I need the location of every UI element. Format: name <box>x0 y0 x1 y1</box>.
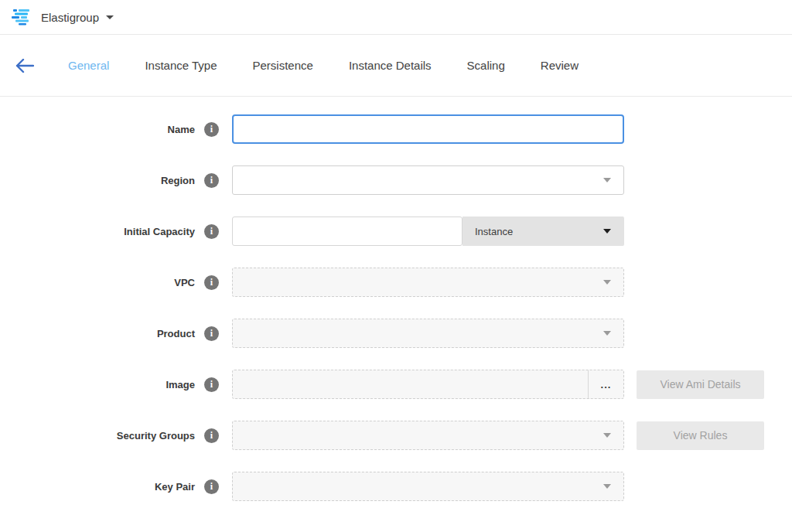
info-icon[interactable]: i <box>204 122 219 137</box>
tab-instance-details[interactable]: Instance Details <box>349 59 432 72</box>
info-icon[interactable]: i <box>204 479 219 494</box>
product-select <box>232 319 624 348</box>
top-bar: Elastigroup <box>0 0 792 35</box>
chevron-down-icon <box>603 178 611 182</box>
info-icon[interactable]: i <box>204 428 219 443</box>
view-rules-button[interactable]: View Rules <box>637 421 764 450</box>
info-icon[interactable]: i <box>204 275 219 290</box>
name-input[interactable] <box>232 114 624 144</box>
product-label: Product <box>0 328 195 339</box>
info-icon[interactable]: i <box>204 377 219 392</box>
capacity-unit-select[interactable]: Instance <box>463 217 624 246</box>
chevron-down-icon <box>603 280 611 285</box>
wizard-tab-bar: General Instance Type Persistence Instan… <box>0 35 792 97</box>
info-icon[interactable]: i <box>204 173 219 188</box>
back-button[interactable] <box>15 59 46 73</box>
general-settings-form: Name i Region i Initial Capacity i Insta… <box>0 97 792 501</box>
form-row-region: Region i <box>0 165 792 195</box>
tab-review[interactable]: Review <box>541 59 579 72</box>
tab-persistence[interactable]: Persistence <box>253 59 313 72</box>
region-label: Region <box>0 175 195 186</box>
form-row-key-pair: Key Pair i <box>0 472 792 501</box>
image-browse-button[interactable]: ... <box>588 370 623 398</box>
chevron-down-icon[interactable] <box>106 15 114 19</box>
initial-capacity-input[interactable] <box>232 217 463 246</box>
tab-scaling[interactable]: Scaling <box>467 59 505 72</box>
back-arrow-icon <box>15 59 34 73</box>
chevron-down-icon <box>603 484 611 489</box>
name-label: Name <box>0 124 195 135</box>
elastigroup-logo-icon <box>12 9 32 26</box>
initial-capacity-label: Initial Capacity <box>0 226 195 237</box>
key-pair-label: Key Pair <box>0 481 195 493</box>
tab-list: General Instance Type Persistence Instan… <box>68 59 579 72</box>
key-pair-select <box>232 472 624 501</box>
form-row-security-groups: Security Groups i View Rules <box>0 421 792 450</box>
tab-instance-type[interactable]: Instance Type <box>145 59 217 72</box>
image-input: ... <box>232 370 624 399</box>
view-ami-details-button[interactable]: View Ami Details <box>637 370 764 399</box>
vpc-label: VPC <box>0 277 195 288</box>
form-row-product: Product i <box>0 319 792 348</box>
form-row-vpc: VPC i <box>0 268 792 297</box>
security-groups-select <box>232 421 624 450</box>
vpc-select <box>232 268 624 297</box>
app-title: Elastigroup <box>41 11 99 24</box>
info-icon[interactable]: i <box>204 224 219 239</box>
info-icon[interactable]: i <box>204 326 219 341</box>
capacity-unit-value: Instance <box>475 226 513 237</box>
chevron-down-icon <box>603 433 611 438</box>
chevron-down-icon <box>603 331 611 336</box>
security-groups-label: Security Groups <box>0 430 195 442</box>
chevron-down-icon <box>603 229 611 234</box>
form-row-initial-capacity: Initial Capacity i Instance <box>0 217 792 246</box>
form-row-name: Name i <box>0 114 792 144</box>
ellipsis-icon: ... <box>601 379 612 390</box>
image-label: Image <box>0 379 195 390</box>
form-row-image: Image i ... View Ami Details <box>0 370 792 399</box>
region-select[interactable] <box>232 165 624 195</box>
tab-general[interactable]: General <box>68 59 109 72</box>
